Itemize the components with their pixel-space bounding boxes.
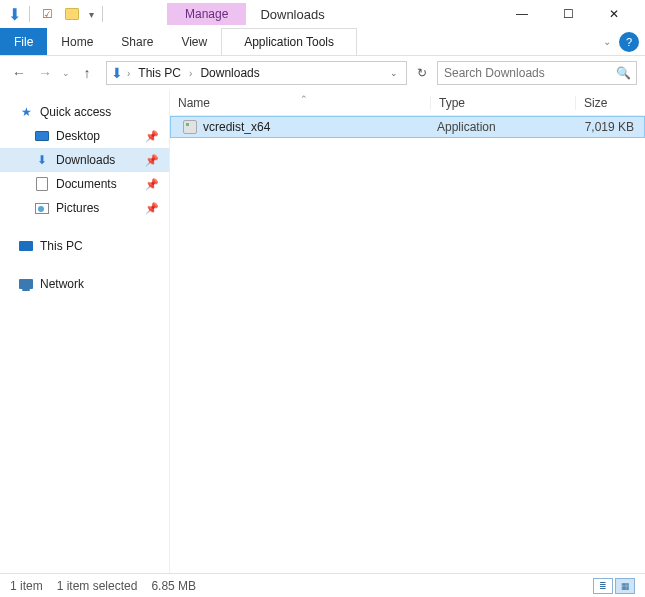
column-size[interactable]: Size [575,96,645,110]
status-bar: 1 item 1 item selected 6.85 MB ≣ ▦ [0,573,645,597]
check-icon: ☑ [42,7,53,21]
sidebar-item-downloads[interactable]: ⬇ Downloads 📌 [0,148,169,172]
window-title: Downloads [246,3,338,26]
status-size: 6.85 MB [151,579,196,593]
file-type: Application [429,120,574,134]
minimize-button[interactable]: ― [499,0,545,28]
window-controls: ― ☐ ✕ [499,0,637,28]
downloads-icon: ⬇ [111,65,123,81]
breadcrumb-current[interactable]: Downloads [196,64,263,82]
download-icon: ⬇ [34,153,50,167]
address-history[interactable]: ⌄ [386,68,402,78]
ribbon-expand[interactable]: ⌄ [597,28,617,55]
application-icon [183,120,197,134]
tab-application-tools[interactable]: Application Tools [221,28,357,55]
sidebar-thispc[interactable]: This PC [0,234,169,258]
search-icon[interactable]: 🔍 [610,66,636,80]
sidebar-quickaccess[interactable]: ★ Quick access [0,100,169,124]
file-name: vcredist_x64 [203,120,270,134]
maximize-button[interactable]: ☐ [545,0,591,28]
document-icon [34,177,50,191]
status-count: 1 item [10,579,43,593]
sidebar-item-label: Quick access [40,105,111,119]
nav-forward[interactable]: → [34,62,56,84]
tab-view[interactable]: View [167,28,221,55]
folder-icon [65,8,79,20]
view-details-button[interactable]: ≣ [593,578,613,594]
ribbon-tabs: File Home Share View Application Tools ⌄… [0,28,645,56]
column-type[interactable]: Type [430,96,575,110]
search-input[interactable] [438,62,610,84]
qat-dropdown[interactable]: ▾ [89,9,94,20]
file-row[interactable]: vcredist_x64 Application 7,019 KB [170,116,645,138]
title-bar: ⬇ ☑ ▾ Manage Downloads ― ☐ ✕ [0,0,645,28]
column-label: Name [178,96,210,110]
search-box[interactable]: 🔍 [437,61,637,85]
tab-share[interactable]: Share [107,28,167,55]
qat-newfolder[interactable] [61,8,83,20]
pin-icon: 📌 [145,202,159,215]
tab-file[interactable]: File [0,28,47,55]
chevron-right-icon: › [125,68,132,79]
star-icon: ★ [18,105,34,119]
view-large-button[interactable]: ▦ [615,578,635,594]
sidebar-item-label: Network [40,277,84,291]
navigation-pane: ★ Quick access Desktop 📌 ⬇ Downloads 📌 D… [0,90,170,573]
refresh-button[interactable]: ↻ [411,66,433,80]
download-arrow-icon[interactable]: ⬇ [8,5,21,24]
sidebar-item-documents[interactable]: Documents 📌 [0,172,169,196]
quick-access-toolbar: ⬇ ☑ ▾ [8,5,107,24]
separator [102,6,103,22]
nav-up[interactable]: ↑ [76,62,98,84]
tab-home[interactable]: Home [47,28,107,55]
sort-indicator-icon: ⌃ [300,94,308,104]
pin-icon: 📌 [145,154,159,167]
pictures-icon [34,203,50,214]
status-selection: 1 item selected [57,579,138,593]
sidebar-item-label: Documents [56,177,117,191]
file-size: 7,019 KB [574,120,644,134]
sidebar-item-label: Pictures [56,201,99,215]
desktop-icon [34,131,50,141]
nav-back[interactable]: ← [8,62,30,84]
sidebar-item-desktop[interactable]: Desktop 📌 [0,124,169,148]
chevron-right-icon: › [187,68,194,79]
nav-recent[interactable]: ⌄ [60,68,72,78]
file-list-pane: Name ⌃ Type Size vcredist_x64 Applicatio… [170,90,645,573]
network-icon [18,279,34,289]
pin-icon: 📌 [145,178,159,191]
help-button[interactable]: ? [619,32,639,52]
qat-properties[interactable]: ☑ [38,7,57,21]
pin-icon: 📌 [145,130,159,143]
computer-icon [18,241,34,251]
column-name[interactable]: Name ⌃ [170,96,430,110]
breadcrumb-root[interactable]: This PC [134,64,185,82]
sidebar-network[interactable]: Network [0,272,169,296]
sidebar-item-label: Desktop [56,129,100,143]
separator [29,6,30,22]
sidebar-item-pictures[interactable]: Pictures 📌 [0,196,169,220]
sidebar-item-label: Downloads [56,153,115,167]
close-button[interactable]: ✕ [591,0,637,28]
nav-bar: ← → ⌄ ↑ ⬇ › This PC › Downloads ⌄ ↻ 🔍 [0,56,645,90]
sidebar-item-label: This PC [40,239,83,253]
address-bar[interactable]: ⬇ › This PC › Downloads ⌄ [106,61,407,85]
ribbon-context-label: Manage [167,3,246,25]
column-headers: Name ⌃ Type Size [170,90,645,116]
